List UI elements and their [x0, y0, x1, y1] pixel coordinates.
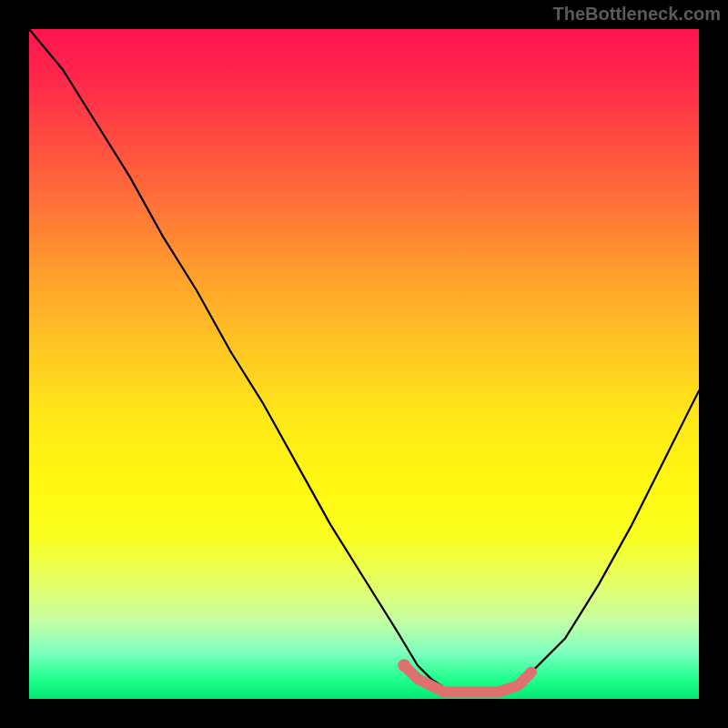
bottleneck-curve-path: [29, 29, 699, 693]
chart-plot-area: [29, 29, 699, 699]
watermark-text: TheBottleneck.com: [553, 4, 721, 25]
min-highlight-start-dot: [398, 659, 410, 672]
min-highlight-path: [404, 665, 531, 692]
chart-svg: [29, 29, 699, 699]
